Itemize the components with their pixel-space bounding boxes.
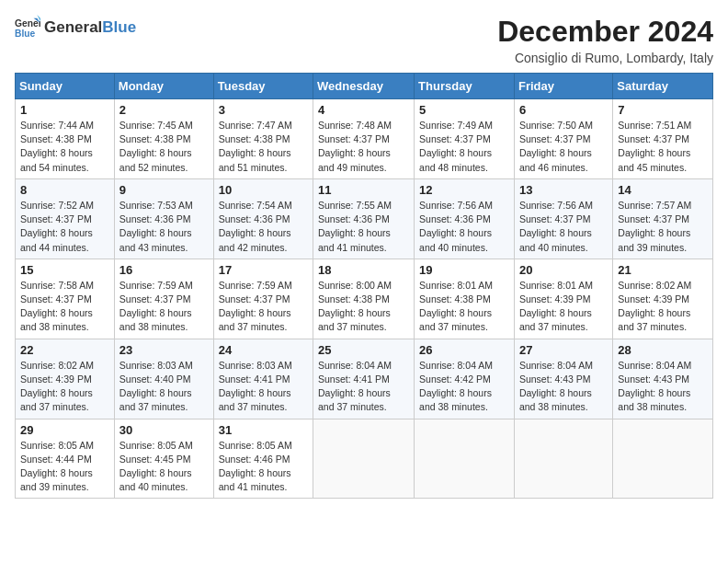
weekday-header-wednesday: Wednesday bbox=[313, 74, 415, 99]
day-detail: Sunrise: 7:54 AMSunset: 4:36 PMDaylight:… bbox=[219, 200, 292, 253]
day-number: 24 bbox=[219, 343, 308, 357]
day-number: 6 bbox=[519, 103, 608, 117]
day-cell: 25 Sunrise: 8:04 AMSunset: 4:41 PMDaylig… bbox=[313, 339, 415, 419]
day-number: 1 bbox=[20, 103, 109, 117]
day-number: 18 bbox=[318, 263, 409, 277]
day-number: 30 bbox=[119, 423, 209, 437]
week-row-5: 29 Sunrise: 8:05 AMSunset: 4:44 PMDaylig… bbox=[16, 419, 713, 499]
day-number: 8 bbox=[20, 183, 109, 197]
day-detail: Sunrise: 7:58 AMSunset: 4:37 PMDaylight:… bbox=[20, 280, 94, 333]
day-detail: Sunrise: 7:51 AMSunset: 4:37 PMDaylight:… bbox=[618, 120, 691, 173]
day-detail: Sunrise: 7:59 AMSunset: 4:37 PMDaylight:… bbox=[119, 280, 193, 333]
day-cell: 9 Sunrise: 7:53 AMSunset: 4:36 PMDayligh… bbox=[114, 178, 213, 259]
day-number: 16 bbox=[119, 263, 209, 277]
day-cell: 14 Sunrise: 7:57 AMSunset: 4:37 PMDaylig… bbox=[613, 178, 713, 259]
day-cell: 18 Sunrise: 8:00 AMSunset: 4:38 PMDaylig… bbox=[313, 259, 415, 339]
day-cell: 16 Sunrise: 7:59 AMSunset: 4:37 PMDaylig… bbox=[114, 259, 213, 339]
day-cell: 20 Sunrise: 8:01 AMSunset: 4:39 PMDaylig… bbox=[514, 259, 612, 339]
day-detail: Sunrise: 8:01 AMSunset: 4:38 PMDaylight:… bbox=[419, 280, 493, 333]
day-cell: 15 Sunrise: 7:58 AMSunset: 4:37 PMDaylig… bbox=[16, 259, 115, 339]
day-cell: 13 Sunrise: 7:56 AMSunset: 4:37 PMDaylig… bbox=[514, 178, 612, 259]
day-cell: 30 Sunrise: 8:05 AMSunset: 4:45 PMDaylig… bbox=[114, 419, 213, 499]
week-row-3: 15 Sunrise: 7:58 AMSunset: 4:37 PMDaylig… bbox=[16, 259, 713, 339]
day-number: 12 bbox=[419, 183, 509, 197]
day-detail: Sunrise: 7:49 AMSunset: 4:37 PMDaylight:… bbox=[419, 120, 493, 173]
day-cell: 4 Sunrise: 7:48 AMSunset: 4:37 PMDayligh… bbox=[313, 99, 415, 179]
day-detail: Sunrise: 8:02 AMSunset: 4:39 PMDaylight:… bbox=[618, 280, 691, 333]
day-detail: Sunrise: 7:53 AMSunset: 4:36 PMDaylight:… bbox=[119, 200, 193, 253]
day-detail: Sunrise: 8:00 AMSunset: 4:38 PMDaylight:… bbox=[318, 280, 392, 333]
weekday-header-friday: Friday bbox=[514, 74, 612, 99]
day-detail: Sunrise: 8:04 AMSunset: 4:41 PMDaylight:… bbox=[318, 360, 392, 413]
day-detail: Sunrise: 8:04 AMSunset: 4:43 PMDaylight:… bbox=[618, 360, 691, 413]
header: General Blue General Blue December 2024 … bbox=[15, 15, 713, 65]
day-number: 19 bbox=[419, 263, 509, 277]
day-cell: 5 Sunrise: 7:49 AMSunset: 4:37 PMDayligh… bbox=[415, 99, 515, 179]
weekday-header-tuesday: Tuesday bbox=[213, 74, 313, 99]
day-cell: 17 Sunrise: 7:59 AMSunset: 4:37 PMDaylig… bbox=[213, 259, 313, 339]
day-number: 14 bbox=[618, 183, 708, 197]
day-number: 22 bbox=[20, 343, 109, 357]
day-detail: Sunrise: 8:05 AMSunset: 4:46 PMDaylight:… bbox=[219, 440, 292, 493]
day-cell bbox=[514, 419, 612, 499]
day-detail: Sunrise: 7:52 AMSunset: 4:37 PMDaylight:… bbox=[20, 200, 94, 253]
day-cell: 6 Sunrise: 7:50 AMSunset: 4:37 PMDayligh… bbox=[514, 99, 612, 179]
week-row-4: 22 Sunrise: 8:02 AMSunset: 4:39 PMDaylig… bbox=[16, 339, 713, 419]
day-number: 3 bbox=[219, 103, 308, 117]
month-title: December 2024 bbox=[497, 15, 713, 49]
day-detail: Sunrise: 8:02 AMSunset: 4:39 PMDaylight:… bbox=[20, 360, 94, 413]
day-number: 26 bbox=[419, 343, 509, 357]
day-number: 17 bbox=[219, 263, 308, 277]
day-number: 11 bbox=[318, 183, 409, 197]
day-cell: 1 Sunrise: 7:44 AMSunset: 4:38 PMDayligh… bbox=[16, 99, 115, 179]
day-cell: 19 Sunrise: 8:01 AMSunset: 4:38 PMDaylig… bbox=[415, 259, 515, 339]
day-cell bbox=[613, 419, 713, 499]
day-number: 25 bbox=[318, 343, 409, 357]
logo-general: General bbox=[44, 18, 102, 37]
day-cell: 21 Sunrise: 8:02 AMSunset: 4:39 PMDaylig… bbox=[613, 259, 713, 339]
day-detail: Sunrise: 8:03 AMSunset: 4:41 PMDaylight:… bbox=[219, 360, 292, 413]
day-number: 4 bbox=[318, 103, 409, 117]
day-number: 27 bbox=[519, 343, 608, 357]
day-number: 7 bbox=[618, 103, 708, 117]
day-cell: 12 Sunrise: 7:56 AMSunset: 4:36 PMDaylig… bbox=[415, 178, 515, 259]
logo-blue: Blue bbox=[102, 18, 136, 37]
day-number: 31 bbox=[219, 423, 308, 437]
day-detail: Sunrise: 7:44 AMSunset: 4:38 PMDaylight:… bbox=[20, 120, 94, 173]
day-detail: Sunrise: 7:57 AMSunset: 4:37 PMDaylight:… bbox=[618, 200, 691, 253]
calendar-table: SundayMondayTuesdayWednesdayThursdayFrid… bbox=[15, 73, 713, 499]
day-detail: Sunrise: 8:01 AMSunset: 4:39 PMDaylight:… bbox=[519, 280, 593, 333]
day-number: 9 bbox=[119, 183, 209, 197]
day-detail: Sunrise: 7:50 AMSunset: 4:37 PMDaylight:… bbox=[519, 120, 593, 173]
day-detail: Sunrise: 8:05 AMSunset: 4:45 PMDaylight:… bbox=[119, 440, 193, 493]
svg-text:Blue: Blue bbox=[15, 29, 36, 39]
week-row-1: 1 Sunrise: 7:44 AMSunset: 4:38 PMDayligh… bbox=[16, 99, 713, 179]
day-cell: 3 Sunrise: 7:47 AMSunset: 4:38 PMDayligh… bbox=[213, 99, 313, 179]
day-detail: Sunrise: 7:56 AMSunset: 4:36 PMDaylight:… bbox=[419, 200, 493, 253]
day-number: 2 bbox=[119, 103, 209, 117]
day-detail: Sunrise: 7:47 AMSunset: 4:38 PMDaylight:… bbox=[219, 120, 292, 173]
day-cell bbox=[313, 419, 415, 499]
day-number: 29 bbox=[20, 423, 109, 437]
day-number: 13 bbox=[519, 183, 608, 197]
day-cell: 11 Sunrise: 7:55 AMSunset: 4:36 PMDaylig… bbox=[313, 178, 415, 259]
weekday-header-row: SundayMondayTuesdayWednesdayThursdayFrid… bbox=[16, 74, 713, 99]
title-block: December 2024 Consiglio di Rumo, Lombard… bbox=[497, 15, 713, 65]
day-number: 28 bbox=[618, 343, 708, 357]
week-row-2: 8 Sunrise: 7:52 AMSunset: 4:37 PMDayligh… bbox=[16, 178, 713, 259]
day-detail: Sunrise: 7:48 AMSunset: 4:37 PMDaylight:… bbox=[318, 120, 392, 173]
logo-icon: General Blue bbox=[15, 15, 40, 40]
day-detail: Sunrise: 7:56 AMSunset: 4:37 PMDaylight:… bbox=[519, 200, 593, 253]
day-cell: 7 Sunrise: 7:51 AMSunset: 4:37 PMDayligh… bbox=[613, 99, 713, 179]
weekday-header-thursday: Thursday bbox=[415, 74, 515, 99]
day-number: 21 bbox=[618, 263, 708, 277]
day-detail: Sunrise: 7:59 AMSunset: 4:37 PMDaylight:… bbox=[219, 280, 292, 333]
day-detail: Sunrise: 8:05 AMSunset: 4:44 PMDaylight:… bbox=[20, 440, 94, 493]
day-cell: 10 Sunrise: 7:54 AMSunset: 4:36 PMDaylig… bbox=[213, 178, 313, 259]
day-detail: Sunrise: 8:04 AMSunset: 4:42 PMDaylight:… bbox=[419, 360, 493, 413]
weekday-header-saturday: Saturday bbox=[613, 74, 713, 99]
day-number: 23 bbox=[119, 343, 209, 357]
day-number: 20 bbox=[519, 263, 608, 277]
location-title: Consiglio di Rumo, Lombardy, Italy bbox=[497, 51, 713, 65]
day-cell: 24 Sunrise: 8:03 AMSunset: 4:41 PMDaylig… bbox=[213, 339, 313, 419]
